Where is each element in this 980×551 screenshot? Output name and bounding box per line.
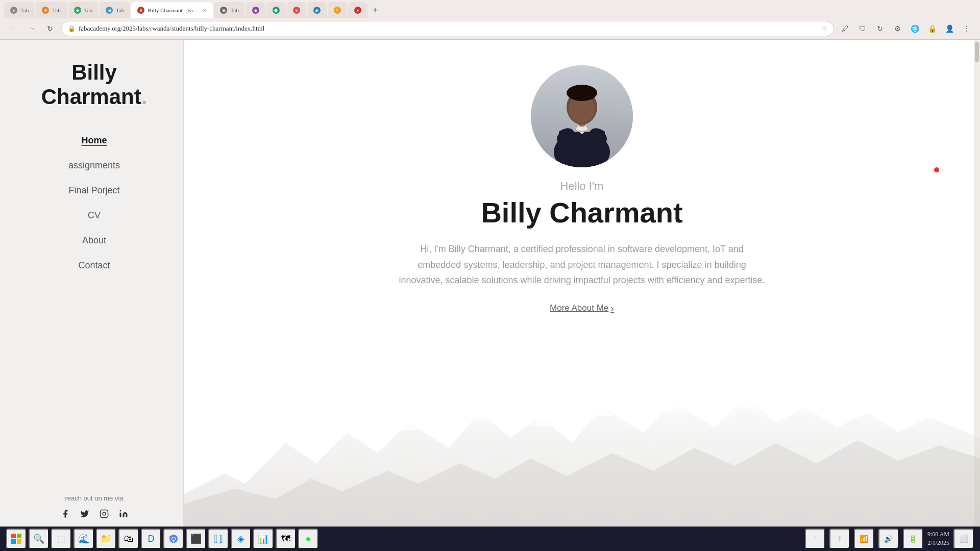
tray-battery[interactable]: 🔋 — [903, 529, 923, 549]
browser-tab[interactable]: ⬟ — [266, 2, 286, 18]
instagram-icon[interactable] — [99, 508, 110, 519]
tab-favicon: ◉ — [220, 7, 227, 14]
browser-tab[interactable]: ⚙ Tab — [36, 2, 66, 18]
hero-section: Hello I'm Billy Charmant Hi, I'm Billy C… — [184, 40, 980, 314]
profile-photo — [531, 65, 633, 167]
browser-tab[interactable]: ◆ Tab — [68, 2, 99, 18]
taskbar-store[interactable]: 🛍 — [118, 529, 139, 549]
taskbar: 🔍 ⬚ 🌊 📁 🛍 D ⬛ ⟦⟧ ◈ 📊 🗺 ● ⌃ ⬆ 📶 🔊 🔋 9:00 … — [0, 527, 980, 551]
tray-chevron[interactable]: ⌃ — [805, 529, 825, 549]
tray-volume[interactable]: 🔊 — [878, 529, 899, 549]
svg-rect-9 — [11, 534, 16, 538]
security-icon[interactable]: 🔒 — [925, 21, 939, 36]
extensions-button[interactable]: 🖊 — [838, 21, 852, 36]
taskbar-tray: ⌃ ⬆ 📶 🔊 🔋 9:00 AM 2/1/2025 ⬜ — [805, 529, 974, 549]
site-title: Billy Charmant. — [41, 60, 148, 110]
new-tab-button[interactable]: + — [369, 2, 382, 18]
forward-button[interactable]: → — [24, 21, 39, 36]
tray-nav[interactable]: ⬆ — [829, 529, 850, 549]
tray-wifi[interactable]: 📶 — [854, 529, 874, 549]
taskbar-maps[interactable]: 🗺 — [276, 529, 296, 549]
taskbar-excel[interactable]: 📊 — [253, 529, 274, 549]
tab-favicon: ● — [10, 7, 17, 14]
page-wrapper: Billy Charmant. Home assignments Final P… — [0, 40, 980, 535]
nav-home[interactable]: Home — [81, 135, 107, 146]
reload-button[interactable]: ↻ — [43, 21, 57, 36]
main-content: Hello I'm Billy Charmant Hi, I'm Billy C… — [184, 40, 980, 535]
tab-favicon: ⚙ — [42, 7, 49, 14]
browser-tab[interactable]: ● — [348, 2, 368, 18]
notification-button[interactable]: ⬜ — [953, 529, 974, 549]
tab-favicon: ◀ — [106, 7, 113, 14]
sidebar: Billy Charmant. Home assignments Final P… — [0, 40, 184, 535]
browser-tab[interactable]: ◉ — [307, 2, 327, 18]
svg-rect-11 — [11, 539, 16, 544]
globe-icon[interactable]: 🌐 — [908, 21, 922, 36]
hero-bio: Hi, I'm Billy Charmant, a certified prof… — [398, 241, 766, 288]
tab-favicon: ◆ — [252, 7, 259, 14]
taskbar-dell[interactable]: D — [141, 529, 161, 549]
hello-text: Hello I'm — [560, 180, 604, 193]
svg-point-15 — [172, 537, 175, 540]
mountain-background — [184, 382, 980, 535]
toolbar-actions: 🖊 🛡 ↻ ⚙ 🌐 🔒 👤 ⋮ — [838, 21, 974, 36]
svg-rect-0 — [100, 510, 108, 518]
browser-tabs: ● Tab ⚙ Tab ◆ Tab ◀ Tab B Billy Charmant… — [0, 0, 980, 18]
browser-tab[interactable]: ◀ Tab — [100, 2, 130, 18]
search-taskbar[interactable]: 🔍 — [29, 529, 49, 549]
more-about-link[interactable]: More About Me › — [550, 303, 614, 314]
back-button[interactable]: ← — [6, 21, 20, 36]
refresh-icon[interactable]: ↻ — [873, 21, 887, 36]
task-view[interactable]: ⬚ — [51, 529, 71, 549]
taskbar-edge[interactable]: 🌊 — [74, 529, 94, 549]
browser-tab[interactable]: ● Tab — [4, 2, 35, 18]
sidebar-nav: Home assignments Final Porject CV About … — [15, 135, 173, 271]
nav-assignments[interactable]: assignments — [68, 160, 120, 171]
taskbar-vs[interactable]: ⟦⟧ — [208, 529, 229, 549]
browser-tab[interactable]: ◉ Tab — [214, 2, 244, 18]
browser-tab[interactable]: Y — [328, 2, 347, 18]
browser-tab[interactable]: ◆ — [246, 2, 265, 18]
tab-close-button[interactable]: ✕ — [203, 8, 207, 13]
svg-rect-10 — [17, 534, 21, 538]
taskbar-cmd[interactable]: ⬛ — [186, 529, 206, 549]
svg-rect-12 — [17, 539, 21, 544]
browser-chrome: ● Tab ⚙ Tab ◆ Tab ◀ Tab B Billy Charmant… — [0, 0, 980, 40]
taskbar-clock[interactable]: 9:00 AM 2/1/2025 — [927, 530, 949, 547]
browser-tab[interactable]: ● — [287, 2, 306, 18]
more-icon[interactable]: ⋮ — [960, 21, 974, 36]
social-icons — [60, 508, 129, 519]
nav-final-project[interactable]: Final Porject — [68, 185, 119, 196]
browser-toolbar: ← → ↻ 🔒 fabacademy.org/2025/labs/rwanda/… — [0, 18, 980, 39]
taskbar-chrome[interactable] — [163, 529, 184, 549]
facebook-icon[interactable] — [60, 508, 71, 519]
url-display: fabacademy.org/2025/labs/rwanda/students… — [79, 24, 264, 33]
tab-favicon: ● — [354, 7, 361, 14]
profile-photo-svg — [531, 65, 633, 167]
settings-icon[interactable]: ⚙ — [890, 21, 904, 36]
taskbar-vscode[interactable]: ◈ — [231, 529, 251, 549]
tab-favicon: ◉ — [313, 7, 321, 14]
start-button[interactable] — [6, 529, 27, 549]
shield-icon[interactable]: 🛡 — [855, 21, 870, 36]
address-bar[interactable]: 🔒 fabacademy.org/2025/labs/rwanda/studen… — [61, 21, 834, 36]
sidebar-footer: reach out on me via — [60, 494, 129, 519]
tab-favicon: Y — [334, 7, 341, 14]
nav-contact[interactable]: Contact — [78, 260, 110, 271]
svg-point-2 — [119, 510, 121, 512]
browser-tab-active[interactable]: B Billy Charmant - Fab Acad... ✕ — [131, 2, 213, 18]
twitter-icon[interactable] — [79, 508, 90, 519]
nav-about[interactable]: About — [82, 235, 106, 246]
bookmark-icon[interactable]: ☆ — [821, 24, 827, 33]
tab-favicon: ⬟ — [273, 7, 280, 14]
tab-favicon: ◆ — [74, 7, 81, 14]
lock-icon: 🔒 — [68, 25, 76, 33]
nav-cv[interactable]: CV — [88, 210, 101, 221]
taskbar-explorer[interactable]: 📁 — [96, 529, 116, 549]
profile-icon[interactable]: 👤 — [942, 21, 957, 36]
arrow-icon: › — [610, 303, 614, 314]
tab-favicon: ● — [293, 7, 300, 14]
hero-name: Billy Charmant — [481, 196, 682, 229]
linkedin-icon[interactable] — [118, 508, 129, 519]
taskbar-app1[interactable]: ● — [298, 529, 318, 549]
